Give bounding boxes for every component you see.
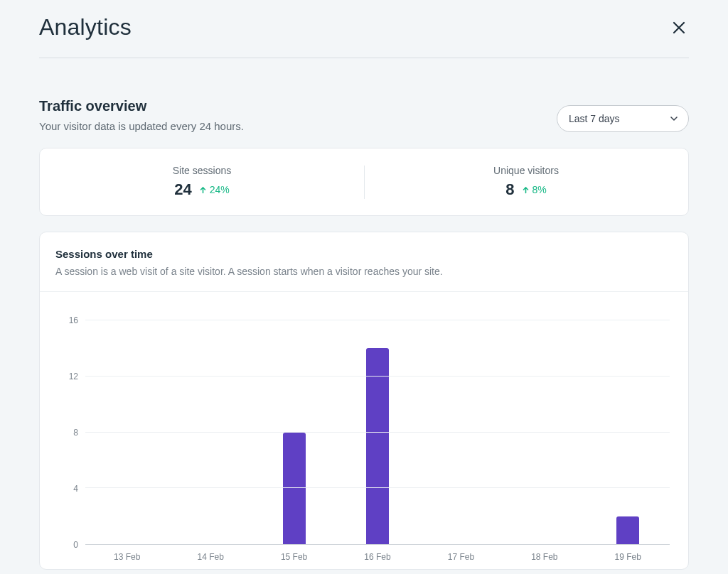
chart-bar-slot xyxy=(168,320,252,544)
stat-delta-value: 8% xyxy=(532,184,547,195)
close-icon xyxy=(672,21,686,35)
chart-grid xyxy=(85,320,670,545)
overview-title: Traffic overview xyxy=(39,98,244,114)
chart-xtick: 17 Feb xyxy=(419,552,503,562)
chart-xtick: 13 Feb xyxy=(85,552,168,562)
chart-xtick: 16 Feb xyxy=(336,552,419,562)
stat-delta-value: 24% xyxy=(210,184,230,195)
chart-ytick: 16 xyxy=(58,315,78,325)
chart-bar-slot xyxy=(587,320,670,544)
chart-title: Sessions over time xyxy=(55,248,673,260)
chart-description: A session is a web visit of a site visit… xyxy=(55,266,673,277)
chart-xtick: 18 Feb xyxy=(503,552,586,562)
chart-yaxis: 0481216 xyxy=(58,320,85,545)
chart-bar-slot xyxy=(419,320,503,544)
overview-subtitle: Your visitor data is updated every 24 ho… xyxy=(39,120,244,132)
stat-value: 8 xyxy=(505,180,514,199)
chart-bar xyxy=(366,348,389,544)
chart-gridline xyxy=(85,487,670,488)
stat-unique-visitors: Unique visitors 8 8% xyxy=(364,148,688,215)
page-title: Analytics xyxy=(39,14,132,40)
date-range-selected: Last 7 days xyxy=(569,113,620,124)
arrow-up-icon xyxy=(522,186,530,194)
chart-bar-slot xyxy=(503,320,586,544)
stats-card: Site sessions 24 24% Unique visitors 8 xyxy=(39,148,689,216)
stat-delta: 8% xyxy=(522,184,547,195)
sessions-chart-card: Sessions over time A session is a web vi… xyxy=(39,232,689,570)
chart-xtick: 15 Feb xyxy=(252,552,336,562)
chart-xtick: 19 Feb xyxy=(587,552,670,562)
chart-header: Sessions over time A session is a web vi… xyxy=(40,232,688,292)
chart-bar-slot xyxy=(336,320,419,544)
stat-delta: 24% xyxy=(199,184,230,195)
close-button[interactable] xyxy=(669,18,689,38)
chart-gridline xyxy=(85,432,670,433)
arrow-up-icon xyxy=(199,186,207,194)
chart-bar xyxy=(616,516,639,544)
date-range-dropdown[interactable]: Last 7 days xyxy=(557,105,689,132)
chart-xtick: 14 Feb xyxy=(168,552,252,562)
panel-header: Analytics xyxy=(39,14,689,58)
chart-bar xyxy=(283,433,306,545)
overview-heading: Traffic overview Your visitor data is up… xyxy=(39,98,244,132)
chart-ytick: 0 xyxy=(58,540,78,550)
chart-gridline xyxy=(85,320,670,320)
chart-bar-slot xyxy=(85,320,168,544)
chevron-down-icon xyxy=(670,114,678,123)
chart-ytick: 8 xyxy=(58,428,78,438)
stat-site-sessions: Site sessions 24 24% xyxy=(40,148,364,215)
stat-label: Site sessions xyxy=(173,165,231,176)
stat-label: Unique visitors xyxy=(493,165,559,176)
chart-area: 0481216 13 Feb14 Feb15 Feb16 Feb17 Feb18… xyxy=(40,292,688,569)
chart-xaxis: 13 Feb14 Feb15 Feb16 Feb17 Feb18 Feb19 F… xyxy=(85,552,670,562)
chart-ytick: 12 xyxy=(58,372,78,381)
chart-bar-slot xyxy=(252,320,336,544)
stat-value: 24 xyxy=(174,180,191,199)
chart-bars xyxy=(85,320,670,544)
chart-ytick: 4 xyxy=(58,484,78,494)
chart-gridline xyxy=(85,376,670,377)
